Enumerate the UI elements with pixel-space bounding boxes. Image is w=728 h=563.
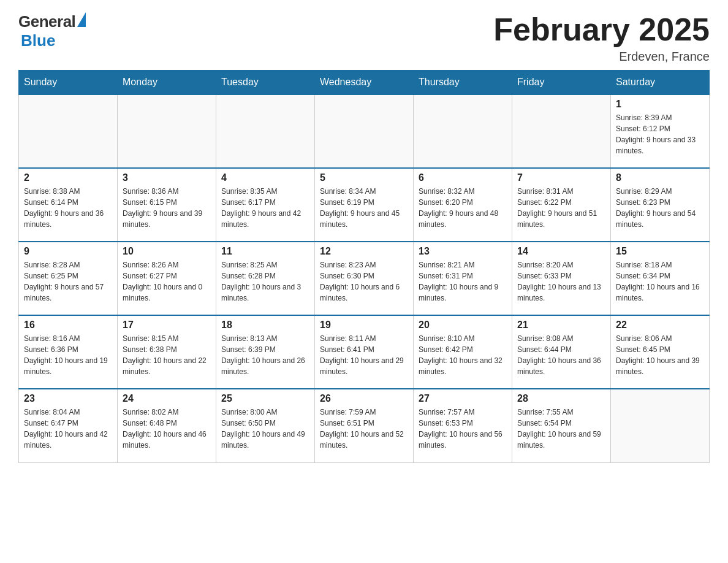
day-info: Sunrise: 8:00 AM Sunset: 6:50 PM Dayligh… — [221, 407, 309, 451]
day-number: 13 — [419, 246, 507, 257]
calendar-cell: 17Sunrise: 8:15 AM Sunset: 6:38 PM Dayli… — [118, 315, 216, 389]
calendar-cell: 27Sunrise: 7:57 AM Sunset: 6:53 PM Dayli… — [414, 389, 512, 462]
header-monday: Monday — [118, 71, 216, 95]
calendar-cell: 26Sunrise: 7:59 AM Sunset: 6:51 PM Dayli… — [315, 389, 414, 462]
day-number: 11 — [221, 246, 309, 257]
calendar-cell: 23Sunrise: 8:04 AM Sunset: 6:47 PM Dayli… — [19, 389, 118, 462]
logo-general-text: General — [18, 12, 75, 31]
day-info: Sunrise: 8:36 AM Sunset: 6:15 PM Dayligh… — [123, 186, 211, 230]
day-info: Sunrise: 8:15 AM Sunset: 6:38 PM Dayligh… — [123, 333, 211, 377]
day-number: 6 — [419, 172, 507, 183]
day-info: Sunrise: 8:23 AM Sunset: 6:30 PM Dayligh… — [320, 259, 408, 304]
calendar-cell: 19Sunrise: 8:11 AM Sunset: 6:41 PM Dayli… — [315, 315, 414, 389]
day-number: 14 — [517, 246, 605, 257]
day-number: 25 — [221, 393, 309, 404]
calendar-cell: 3Sunrise: 8:36 AM Sunset: 6:15 PM Daylig… — [118, 168, 216, 242]
day-number: 24 — [123, 393, 211, 404]
day-info: Sunrise: 8:16 AM Sunset: 6:36 PM Dayligh… — [24, 333, 112, 377]
day-info: Sunrise: 8:35 AM Sunset: 6:17 PM Dayligh… — [221, 186, 309, 230]
header-thursday: Thursday — [414, 71, 512, 95]
calendar-cell: 13Sunrise: 8:21 AM Sunset: 6:31 PM Dayli… — [414, 242, 512, 315]
calendar-week-3: 16Sunrise: 8:16 AM Sunset: 6:36 PM Dayli… — [19, 315, 710, 389]
logo-triangle-icon — [77, 12, 86, 27]
day-info: Sunrise: 8:28 AM Sunset: 6:25 PM Dayligh… — [24, 259, 112, 304]
day-number: 23 — [24, 393, 112, 404]
calendar-cell: 15Sunrise: 8:18 AM Sunset: 6:34 PM Dayli… — [611, 242, 710, 315]
location-text: Erdeven, France — [493, 50, 710, 64]
calendar-week-0: 1Sunrise: 8:39 AM Sunset: 6:12 PM Daylig… — [19, 94, 710, 168]
day-number: 19 — [320, 320, 408, 331]
day-number: 16 — [24, 320, 112, 331]
calendar-cell: 25Sunrise: 8:00 AM Sunset: 6:50 PM Dayli… — [216, 389, 315, 462]
calendar-cell — [512, 94, 611, 168]
day-info: Sunrise: 7:57 AM Sunset: 6:53 PM Dayligh… — [419, 407, 507, 451]
calendar-cell: 16Sunrise: 8:16 AM Sunset: 6:36 PM Dayli… — [19, 315, 118, 389]
day-number: 10 — [123, 246, 211, 257]
calendar-cell — [19, 94, 118, 168]
calendar-week-1: 2Sunrise: 8:38 AM Sunset: 6:14 PM Daylig… — [19, 168, 710, 242]
calendar-cell: 6Sunrise: 8:32 AM Sunset: 6:20 PM Daylig… — [414, 168, 512, 242]
day-info: Sunrise: 8:10 AM Sunset: 6:42 PM Dayligh… — [419, 333, 507, 377]
day-info: Sunrise: 8:38 AM Sunset: 6:14 PM Dayligh… — [24, 186, 112, 230]
day-info: Sunrise: 8:32 AM Sunset: 6:20 PM Dayligh… — [419, 186, 507, 230]
calendar-cell: 11Sunrise: 8:25 AM Sunset: 6:28 PM Dayli… — [216, 242, 315, 315]
header-sunday: Sunday — [19, 71, 118, 95]
calendar-cell: 9Sunrise: 8:28 AM Sunset: 6:25 PM Daylig… — [19, 242, 118, 315]
day-number: 7 — [517, 172, 605, 183]
day-info: Sunrise: 8:11 AM Sunset: 6:41 PM Dayligh… — [320, 333, 408, 377]
calendar-cell: 12Sunrise: 8:23 AM Sunset: 6:30 PM Dayli… — [315, 242, 414, 315]
calendar-cell: 5Sunrise: 8:34 AM Sunset: 6:19 PM Daylig… — [315, 168, 414, 242]
calendar-cell: 8Sunrise: 8:29 AM Sunset: 6:23 PM Daylig… — [611, 168, 710, 242]
day-info: Sunrise: 8:31 AM Sunset: 6:22 PM Dayligh… — [517, 186, 605, 230]
day-number: 20 — [419, 320, 507, 331]
day-number: 27 — [419, 393, 507, 404]
calendar-cell: 4Sunrise: 8:35 AM Sunset: 6:17 PM Daylig… — [216, 168, 315, 242]
day-info: Sunrise: 7:55 AM Sunset: 6:54 PM Dayligh… — [517, 407, 605, 451]
month-title: February 2025 — [493, 12, 710, 47]
day-info: Sunrise: 8:20 AM Sunset: 6:33 PM Dayligh… — [517, 259, 605, 304]
calendar-cell: 2Sunrise: 8:38 AM Sunset: 6:14 PM Daylig… — [19, 168, 118, 242]
calendar-cell: 7Sunrise: 8:31 AM Sunset: 6:22 PM Daylig… — [512, 168, 611, 242]
day-info: Sunrise: 8:29 AM Sunset: 6:23 PM Dayligh… — [616, 186, 704, 230]
header-tuesday: Tuesday — [216, 71, 315, 95]
day-info: Sunrise: 8:34 AM Sunset: 6:19 PM Dayligh… — [320, 186, 408, 230]
day-info: Sunrise: 8:21 AM Sunset: 6:31 PM Dayligh… — [419, 259, 507, 304]
day-number: 12 — [320, 246, 408, 257]
calendar-cell: 24Sunrise: 8:02 AM Sunset: 6:48 PM Dayli… — [118, 389, 216, 462]
calendar-cell: 22Sunrise: 8:06 AM Sunset: 6:45 PM Dayli… — [611, 315, 710, 389]
day-number: 18 — [221, 320, 309, 331]
day-number: 3 — [123, 172, 211, 183]
calendar-cell — [118, 94, 216, 168]
calendar-week-2: 9Sunrise: 8:28 AM Sunset: 6:25 PM Daylig… — [19, 242, 710, 315]
day-info: Sunrise: 7:59 AM Sunset: 6:51 PM Dayligh… — [320, 407, 408, 451]
logo-blue-text: Blue — [21, 31, 55, 50]
calendar-cell: 18Sunrise: 8:13 AM Sunset: 6:39 PM Dayli… — [216, 315, 315, 389]
calendar-cell: 14Sunrise: 8:20 AM Sunset: 6:33 PM Dayli… — [512, 242, 611, 315]
calendar-cell: 1Sunrise: 8:39 AM Sunset: 6:12 PM Daylig… — [611, 94, 710, 168]
day-number: 26 — [320, 393, 408, 404]
weekday-header-row: Sunday Monday Tuesday Wednesday Thursday… — [19, 71, 710, 95]
logo: General Blue — [18, 12, 86, 50]
day-number: 28 — [517, 393, 605, 404]
calendar-cell — [216, 94, 315, 168]
calendar-cell: 10Sunrise: 8:26 AM Sunset: 6:27 PM Dayli… — [118, 242, 216, 315]
day-info: Sunrise: 8:06 AM Sunset: 6:45 PM Dayligh… — [616, 333, 704, 377]
day-number: 4 — [221, 172, 309, 183]
day-info: Sunrise: 8:18 AM Sunset: 6:34 PM Dayligh… — [616, 259, 704, 304]
day-info: Sunrise: 8:26 AM Sunset: 6:27 PM Dayligh… — [123, 259, 211, 304]
day-info: Sunrise: 8:25 AM Sunset: 6:28 PM Dayligh… — [221, 259, 309, 304]
day-number: 2 — [24, 172, 112, 183]
day-info: Sunrise: 8:08 AM Sunset: 6:44 PM Dayligh… — [517, 333, 605, 377]
header-wednesday: Wednesday — [315, 71, 414, 95]
day-number: 5 — [320, 172, 408, 183]
day-info: Sunrise: 8:04 AM Sunset: 6:47 PM Dayligh… — [24, 407, 112, 451]
page-header: General Blue February 2025 Erdeven, Fran… — [18, 12, 710, 64]
day-number: 21 — [517, 320, 605, 331]
calendar-cell: 28Sunrise: 7:55 AM Sunset: 6:54 PM Dayli… — [512, 389, 611, 462]
day-number: 1 — [616, 99, 704, 110]
calendar-table: Sunday Monday Tuesday Wednesday Thursday… — [18, 70, 710, 463]
header-friday: Friday — [512, 71, 611, 95]
calendar-cell — [315, 94, 414, 168]
calendar-cell — [414, 94, 512, 168]
calendar-cell: 21Sunrise: 8:08 AM Sunset: 6:44 PM Dayli… — [512, 315, 611, 389]
